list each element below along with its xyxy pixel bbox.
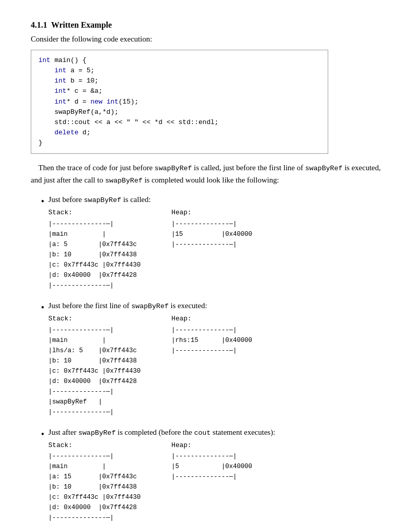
bullet-dot-3: • xyxy=(41,428,44,441)
trace-area-2: Stack: |--------------—| |main | |lhs/a:… xyxy=(48,314,252,417)
bullet-dot-1: • xyxy=(41,195,44,209)
bullet-item-1: • Just before swapByRef is called: Stack… xyxy=(41,194,389,291)
heap-label-1: Heap: xyxy=(171,208,252,218)
stack-col-1: Stack: |--------------—| |main | |a: 5 |… xyxy=(48,208,141,291)
code-line-4: int* c = &a; xyxy=(38,87,103,95)
heap-col-2: Heap: |--------------—| |rhs:15 |0x40000… xyxy=(171,314,252,417)
stack-col-3: Stack: |--------------—| |main | |a: 15 … xyxy=(48,440,141,523)
code-line-3: int b = 10; xyxy=(38,77,98,85)
code-line-9: } xyxy=(38,139,43,147)
bullet-item-2: • Just before the first line of swapByRe… xyxy=(41,300,389,417)
heap-label-3: Heap: xyxy=(171,440,252,451)
bullet-label-3: Just after swapByRef is completed (befor… xyxy=(48,428,275,436)
stack-content-3: |--------------—| |main | |a: 15 |0x7ff4… xyxy=(48,451,141,523)
heap-content-1: |--------------—| |15 |0x40000 |--------… xyxy=(171,219,252,250)
bullet-section-2: • Just before the first line of swapByRe… xyxy=(31,300,389,417)
stack-label-1: Stack: xyxy=(48,208,141,218)
bullet-label-1: Just before swapByRef is called: xyxy=(48,195,151,204)
bullet-dot-2: • xyxy=(41,301,44,315)
trace-area-3: Stack: |--------------—| |main | |a: 15 … xyxy=(48,440,275,523)
heap-col-1: Heap: |--------------—| |15 |0x40000 |--… xyxy=(171,208,252,291)
heap-content-3: |--------------—| |5 |0x40000 |---------… xyxy=(171,451,252,482)
trace-area-1: Stack: |--------------—| |main | |a: 5 |… xyxy=(48,208,252,291)
bullet-section-1: • Just before swapByRef is called: Stack… xyxy=(31,194,389,291)
heap-label-2: Heap: xyxy=(171,314,252,324)
code-line-8: delete d; xyxy=(38,129,90,136)
stack-label-3: Stack: xyxy=(48,440,141,451)
section-title: 4.1.1 Written Example xyxy=(31,21,389,30)
description-paragraph: Then the trace of code for just before s… xyxy=(31,162,389,187)
section-number: 4.1.1 xyxy=(31,21,47,29)
intro-paragraph: Consider the following code execution: xyxy=(31,35,389,44)
code-line-6: swapByRef(a,*d); xyxy=(38,108,118,116)
bullet-section-3: • Just after swapByRef is completed (bef… xyxy=(31,427,389,523)
heap-col-3: Heap: |--------------—| |5 |0x40000 |---… xyxy=(171,440,252,523)
code-line-7: std::cout << a << " " << *d << std::endl… xyxy=(38,118,218,126)
stack-content-1: |--------------—| |main | |a: 5 |0x7ff44… xyxy=(48,219,141,291)
stack-col-2: Stack: |--------------—| |main | |lhs/a:… xyxy=(48,314,141,417)
stack-content-2: |--------------—| |main | |lhs/a: 5 |0x7… xyxy=(48,325,141,417)
code-line-2: int a = 5; xyxy=(38,67,94,74)
code-block: int main() { int a = 5; int b = 10; int*… xyxy=(31,50,328,154)
bullet-item-3: • Just after swapByRef is completed (bef… xyxy=(41,427,389,523)
bullet-label-2: Just before the first line of swapByRef … xyxy=(48,301,207,310)
code-line-5: int* d = new int(15); xyxy=(38,98,138,106)
code-line-1: int main() { xyxy=(38,56,87,64)
section-heading: Written Example xyxy=(51,21,112,29)
heap-content-2: |--------------—| |rhs:15 |0x40000 |----… xyxy=(171,325,252,356)
stack-label-2: Stack: xyxy=(48,314,141,324)
